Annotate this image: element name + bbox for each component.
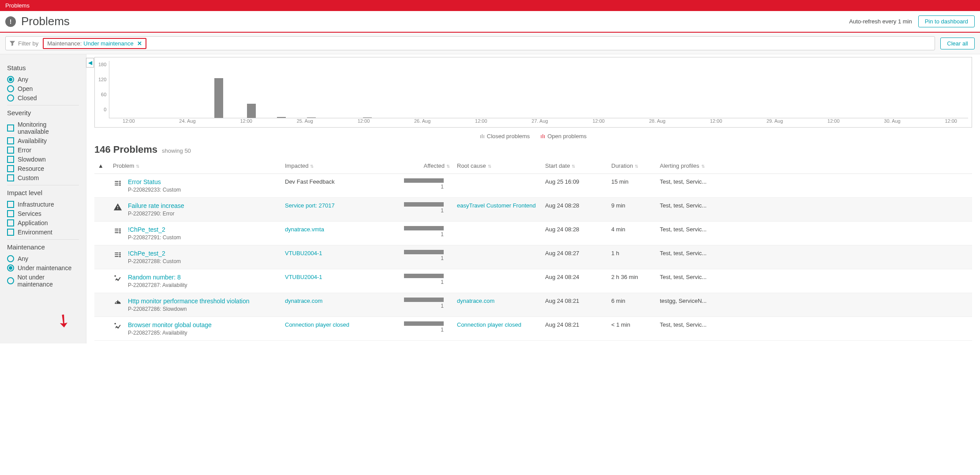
chart-bar[interactable] xyxy=(363,117,372,118)
svg-point-6 xyxy=(119,252,120,253)
status-option[interactable]: Closed xyxy=(7,94,79,102)
problem-title-link[interactable]: Error Status xyxy=(128,178,181,185)
impacted-link[interactable]: VTUBU2004-1 xyxy=(285,250,322,256)
column-header[interactable]: Alerting profiles⇅ xyxy=(656,158,972,174)
option-label: Infrastructure xyxy=(18,201,54,208)
maintenance-option[interactable]: Under maintenance xyxy=(7,264,79,271)
problem-sub: P-220827288: Custom xyxy=(128,258,181,264)
root-cause-link[interactable]: dynatrace.com xyxy=(457,298,494,304)
duration-cell: 2 h 36 min xyxy=(608,269,656,293)
impact-option[interactable]: Environment xyxy=(7,229,79,236)
problems-chart: 180120600 12:0024. Aug12:0025. Aug12:002… xyxy=(94,57,972,128)
pin-to-dashboard-button[interactable]: Pin to dashboard xyxy=(918,15,975,27)
affected-bar xyxy=(404,250,444,254)
main-content: 180120600 12:0024. Aug12:0025. Aug12:002… xyxy=(86,54,980,343)
severity-option[interactable]: Availability xyxy=(7,137,79,144)
duration-cell: 1 h xyxy=(608,245,656,269)
affected-cell: 1 xyxy=(400,198,453,222)
filter-chip-maintenance[interactable]: Maintenance: Under maintenance ✕ xyxy=(43,38,146,49)
maintenance-group-title: Maintenance xyxy=(7,243,79,251)
impacted-link[interactable]: Service port: 27017 xyxy=(285,202,335,209)
column-header[interactable]: Affected⇅ xyxy=(400,158,453,174)
impacted-link[interactable]: Connection player closed xyxy=(285,321,349,328)
maintenance-option[interactable]: Not under maintenance xyxy=(7,274,79,288)
affected-count: 1 xyxy=(404,184,444,190)
affected-count: 1 xyxy=(404,231,444,238)
problem-cell: Failure rate increaseP-220827290: Error xyxy=(109,198,281,222)
option-label: Slowdown xyxy=(18,156,46,163)
option-label: Closed xyxy=(18,94,37,102)
column-header[interactable]: Root cause⇅ xyxy=(453,158,542,174)
page-header: ! Problems Auto-refresh every 1 min Pin … xyxy=(0,11,980,33)
problem-title-link[interactable]: Failure rate increase xyxy=(128,202,184,209)
svg-point-7 xyxy=(119,254,120,255)
severity-option[interactable]: Custom xyxy=(7,174,79,181)
impact-option[interactable]: Infrastructure xyxy=(7,201,79,208)
svg-point-3 xyxy=(119,228,120,230)
option-label: Availability xyxy=(18,137,47,144)
affected-bar xyxy=(404,274,444,278)
impacted-link[interactable]: dynatrace.com xyxy=(285,298,322,304)
column-header[interactable]: Duration⇅ xyxy=(608,158,656,174)
column-header[interactable]: Problem⇅ xyxy=(109,158,281,174)
impacted-link[interactable]: VTUBU2004-1 xyxy=(285,274,322,280)
profiles-cell: Test, test, Servic... xyxy=(656,222,972,245)
column-header[interactable]: Start date⇅ xyxy=(542,158,608,174)
warn-icon xyxy=(113,202,123,212)
row-blank xyxy=(94,317,109,341)
radio-icon xyxy=(7,94,14,102)
chart-bar[interactable] xyxy=(277,117,286,118)
start-date-cell: Aug 24 08:21 xyxy=(542,293,608,317)
problem-title-link[interactable]: !ChPe_test_2 xyxy=(128,226,181,233)
severity-option[interactable]: Error xyxy=(7,147,79,154)
table-row[interactable]: Http monitor performance threshold viola… xyxy=(94,293,972,317)
root-cause-link[interactable]: easyTravel Customer Frontend xyxy=(457,202,536,209)
duration-cell: 6 min xyxy=(608,293,656,317)
chart-bar[interactable] xyxy=(307,117,316,118)
duration-cell: 9 min xyxy=(608,198,656,222)
affected-bar xyxy=(404,202,444,207)
duration-cell: < 1 min xyxy=(608,317,656,341)
affected-cell: 1 xyxy=(400,174,453,198)
severity-option[interactable]: Monitoring unavailable xyxy=(7,121,79,135)
collapse-sidebar-button[interactable]: ◀ xyxy=(86,58,94,68)
table-row[interactable]: Random number: 8P-220827287: Availabilit… xyxy=(94,269,972,293)
impact-option[interactable]: Services xyxy=(7,210,79,217)
status-option[interactable]: Open xyxy=(7,85,79,92)
table-row[interactable]: Error StatusP-220829233: CustomDev Fast … xyxy=(94,174,972,198)
severity-option[interactable]: Resource xyxy=(7,165,79,172)
impacted-link[interactable]: dynatrace.vmta xyxy=(285,226,324,233)
svg-point-8 xyxy=(119,256,120,257)
severity-option[interactable]: Slowdown xyxy=(7,156,79,163)
problem-title-link[interactable]: Http monitor performance threshold viola… xyxy=(128,298,249,305)
problem-title-link[interactable]: Random number: 8 xyxy=(128,274,187,281)
option-label: Monitoring unavailable xyxy=(18,121,79,135)
chart-plot-area[interactable] xyxy=(109,61,968,118)
profiles-cell: Test, test, Servic... xyxy=(656,174,972,198)
table-row[interactable]: !ChPe_test_2P-220827288: CustomVTUBU2004… xyxy=(94,245,972,269)
radio-icon xyxy=(7,277,14,284)
problem-title-link[interactable]: Browser monitor global outage xyxy=(128,321,212,328)
status-option[interactable]: Any xyxy=(7,76,79,83)
maintenance-option[interactable]: Any xyxy=(7,255,79,262)
affected-bar xyxy=(404,178,444,183)
problem-title-link[interactable]: !ChPe_test_2 xyxy=(128,250,181,257)
clear-all-button[interactable]: Clear all xyxy=(940,38,975,49)
filter-label: Filter by xyxy=(18,40,38,47)
table-row[interactable]: !ChPe_test_2P-220827291: Customdynatrace… xyxy=(94,222,972,245)
chart-bar[interactable] xyxy=(214,78,223,118)
impact-option[interactable]: Application xyxy=(7,219,79,226)
filter-input[interactable]: Filter by Maintenance: Under maintenance… xyxy=(5,36,935,50)
affected-count: 1 xyxy=(404,303,444,309)
column-header[interactable]: Impacted⇅ xyxy=(281,158,400,174)
chart-bar[interactable] xyxy=(247,104,256,118)
start-date-cell: Aug 24 08:28 xyxy=(542,198,608,222)
table-row[interactable]: Failure rate increaseP-220827290: ErrorS… xyxy=(94,198,972,222)
svg-point-5 xyxy=(119,232,120,234)
row-blank xyxy=(94,174,109,198)
root-cause-link[interactable]: Connection player closed xyxy=(457,321,521,328)
filter-chip-remove-icon[interactable]: ✕ xyxy=(137,40,142,47)
table-row[interactable]: Browser monitor global outageP-220827285… xyxy=(94,317,972,341)
option-label: Services xyxy=(18,210,41,217)
column-header[interactable]: ▲ xyxy=(94,158,109,174)
